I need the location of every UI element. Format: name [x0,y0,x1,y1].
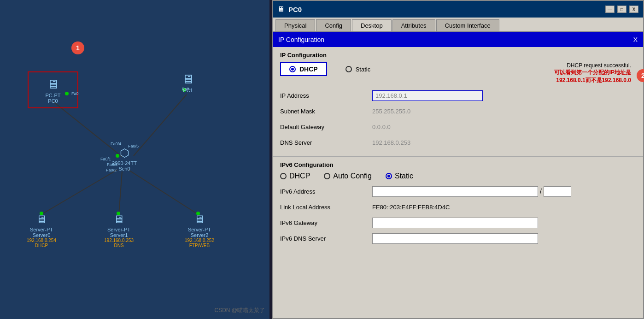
pc0-port: Fa0 [71,91,79,96]
svg-text:Fa0/4: Fa0/4 [111,142,121,146]
pc0-icon: 🖥 [47,77,59,92]
static-radio [345,66,352,72]
ipv6-static-dot [387,175,390,177]
ip-config-section: IP Configuration DHCP Static [273,47,643,156]
ipv6-gateway-label: IPv6 Gateway [280,219,372,226]
ip-config-title: IP Configuration [278,36,324,43]
ipv6-static-label: Static [395,172,413,180]
tab-custom-interface[interactable]: Custom Interface [436,19,499,31]
dns-server-label: DNS Server [280,139,372,146]
pc0-label: PC-PTPC0 [46,93,61,104]
dns-server-row: DNS Server 192.168.0.253 [280,136,636,149]
ipv6-static-radio [386,173,392,179]
switch-label: 2960-24TTSch0 [112,160,137,171]
ipv6-autoconfig-radio [324,173,330,179]
svg-line-3 [119,171,122,214]
ipv6-autoconfig-option[interactable]: Auto Config [324,172,372,180]
ipv6-address-label: IPv6 Address [280,188,372,195]
ipv6-prefix-input[interactable] [544,186,571,197]
tab-desktop[interactable]: Desktop [352,19,392,31]
server0-ip: 192.168.0.254 [27,238,56,243]
server1-icon: 🖥 [113,213,124,226]
dhcp-msg-line3: 192.168.0.1而不是192.168.0.0 [554,77,631,84]
static-option[interactable]: Static [345,66,371,73]
ip-config-header: IP Configuration X [273,32,643,47]
dhcp-msg-line1: DHCP request successful. [554,62,631,69]
ipv6-section: IPv6 Configuration DHCP Auto Config [273,156,643,252]
ipv6-section-title: IPv6 Configuration [280,161,636,168]
window-title: PC0 [288,6,302,13]
subnet-mask-row: Subnet Mask 255.255.255.0 [280,105,636,118]
close-button[interactable]: X [629,6,638,13]
ip-address-row: IP Address [280,89,636,102]
link-local-label: Link Local Address [280,204,372,211]
default-gateway-label: Default Gateway [280,124,372,130]
server2-device: 🖥 Server-PTServer2 192.168.0.252 FTP/WEB [179,213,220,248]
ipv6-address-input[interactable] [372,186,538,197]
pc0-window: 🖥 PC0 — □ X Physical Config Desktop Attr… [272,0,644,319]
ip-address-label: IP Address [280,92,372,99]
server0-label: Server-PTServer0 [30,227,53,238]
dhcp-static-row: DHCP Static [280,62,370,76]
dns-server-value: 192.168.0.253 [372,139,636,146]
minimize-button[interactable]: — [605,6,615,13]
tab-attributes[interactable]: Attributes [392,19,435,31]
ipv6-prefix-slash: / [540,188,542,195]
window-titlebar: 🖥 PC0 — □ X [273,1,643,18]
server1-label: Server-PTServer1 [107,227,130,238]
ipv6-address-row: IPv6 Address / [280,185,636,198]
ipv6-radio-row: DHCP Auto Config Static [280,172,636,180]
server0-icon: 🖥 [36,213,47,226]
dhcp-label: DHCP [299,65,318,73]
server1-device: 🖥 Server-PTServer1 192.168.0.253 DNS [98,213,140,248]
default-gateway-value: 0.0.0.0 [372,124,636,130]
default-gateway-row: Default Gateway 0.0.0.0 [280,120,636,133]
server2-tag: FTP/WEB [189,243,210,248]
maximize-button[interactable]: □ [617,6,626,13]
server2-label: Server-PTServer2 [188,227,211,238]
ipv6-dns-input[interactable] [372,233,538,244]
pc1-icon: 🖥 [181,71,194,87]
ipv6-dhcp-radio [280,173,287,179]
window-controls[interactable]: — □ X [605,6,638,13]
ipv6-static-option[interactable]: Static [386,172,413,180]
svg-line-2 [41,170,117,214]
ip-address-input[interactable] [372,90,483,101]
server0-tag: DHCP [35,243,48,248]
tab-physical[interactable]: Physical [275,19,315,31]
dhcp-radio [289,66,296,72]
link-local-value: FE80::203:E4FF:FEB8:4D4C [372,204,450,211]
tab-config[interactable]: Config [316,19,351,31]
ipv6-dns-row: IPv6 DNS Server [280,232,636,245]
dhcp-msg-line2: 可以看到第一个分配的IP地址是 [554,69,631,77]
window-icon: 🖥 [277,5,285,13]
tab-bar: Physical Config Desktop Attributes Custo… [273,18,643,32]
ipv6-autoconfig-label: Auto Config [333,172,372,180]
pc1-port: Fa0 [182,87,189,91]
watermark: CSDN @喵喵太菜了 [214,307,265,314]
window-content: IP Configuration X 2 IP Configuration DH… [273,32,643,318]
dhcp-radio-dot [291,68,294,71]
server0-device: 🖥 Server-PTServer0 192.168.0.254 DHCP [21,213,62,248]
switch-icon: ⬡ [120,147,129,160]
ipv6-dhcp-option[interactable]: DHCP [280,172,310,180]
network-topology: 1 Fa0/4 Fa0/5 Fa0/1 Fa0/3 Fa0/2 🖥 PC-PTP… [0,0,269,319]
server1-tag: DNS [114,243,123,248]
switch-device: ⬡ 2960-24TTSch0 [104,147,145,171]
ipv6-dhcp-label: DHCP [289,172,310,180]
ip-config-close-btn[interactable]: X [633,36,638,43]
ipv6-gateway-row: IPv6 Gateway [280,216,636,229]
ipv6-address-group: / [372,186,571,197]
dhcp-option[interactable]: DHCP [280,62,327,76]
link-local-row: Link Local Address FE80::203:E4FF:FEB8:4… [280,201,636,213]
subnet-mask-value: 255.255.255.0 [372,108,636,115]
ipv6-gateway-input[interactable] [372,218,538,228]
ip-section-title: IP Configuration [280,52,636,59]
svg-line-4 [128,170,198,214]
title-left: 🖥 PC0 [277,5,302,13]
pc0-device: 🖥 PC-PTPC0 [28,71,78,108]
ipv6-dns-label: IPv6 DNS Server [280,235,372,242]
subnet-mask-label: Subnet Mask [280,108,372,115]
dhcp-message: DHCP request successful. 可以看到第一个分配的IP地址是… [554,62,631,84]
server2-ip: 192.168.0.252 [185,238,214,243]
